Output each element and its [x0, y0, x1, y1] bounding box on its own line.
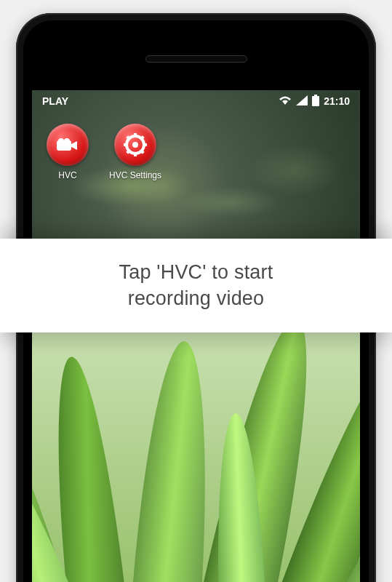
home-screen-row: HVC: [32, 112, 360, 192]
svg-rect-9: [124, 143, 128, 146]
instruction-line1: Tap 'HVC' to start: [119, 261, 273, 283]
camcorder-icon: [47, 124, 89, 166]
svg-rect-0: [312, 96, 319, 106]
instruction-overlay: Tap 'HVC' to start recording video: [0, 239, 392, 332]
status-right: 21:10: [279, 95, 350, 108]
app-hvc-settings[interactable]: HVC Settings: [109, 124, 161, 180]
app-hvc[interactable]: HVC: [47, 124, 89, 180]
status-bar: PLAY 21:10: [32, 90, 360, 112]
phone-screen: PLAY 21:10: [32, 90, 360, 582]
carrier-label: PLAY: [42, 95, 68, 107]
svg-point-3: [58, 138, 64, 144]
instruction-text: Tap 'HVC' to start recording video: [29, 259, 363, 312]
svg-point-4: [64, 138, 70, 144]
instruction-line2: recording video: [128, 287, 265, 309]
svg-rect-7: [134, 133, 137, 137]
svg-rect-1: [314, 95, 317, 96]
cell-signal-icon: [296, 95, 308, 108]
svg-rect-8: [134, 152, 137, 156]
app-label: HVC Settings: [109, 170, 161, 180]
wifi-icon: [279, 95, 292, 108]
clock-label: 21:10: [324, 95, 350, 107]
gear-icon: [114, 124, 156, 166]
app-label: HVC: [58, 170, 76, 180]
svg-rect-10: [143, 143, 147, 146]
phone-speaker: [145, 55, 247, 63]
battery-icon: [312, 95, 319, 108]
svg-point-6: [132, 142, 138, 148]
